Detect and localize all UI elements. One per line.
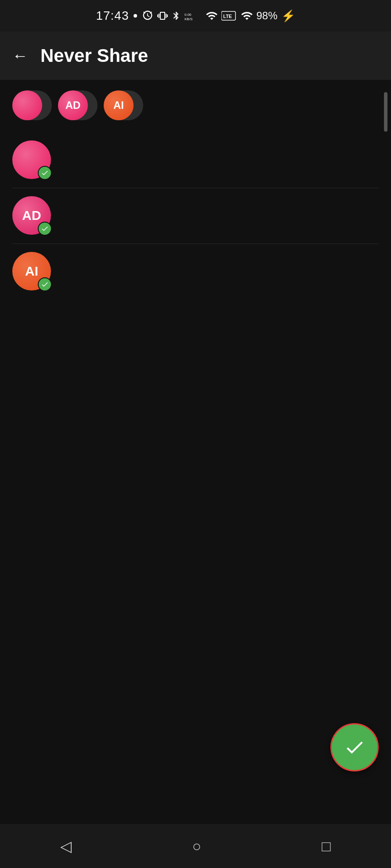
main-content: AD AI <box>0 80 391 824</box>
chip-ai[interactable]: AI <box>104 90 143 120</box>
svg-text:LTE: LTE <box>223 14 232 19</box>
list-item-3[interactable]: AI <box>12 244 379 299</box>
signal-bars-icon <box>241 10 253 22</box>
battery-bolt-icon: ⚡ <box>281 9 295 23</box>
nav-recents-button[interactable]: □ <box>322 838 331 855</box>
fab-check-icon <box>344 736 366 758</box>
check-badge-1 <box>38 166 52 180</box>
status-dot <box>134 14 137 18</box>
battery-percent: 98% <box>257 10 278 22</box>
status-bar: 17:43 0.00 KB/S LTE 98% ⚡ <box>0 0 391 32</box>
navigation-bar: ◁ ○ □ <box>0 824 391 868</box>
fab-container <box>330 723 379 771</box>
item-avatar-container-1 <box>12 140 52 180</box>
contact-list: AD AI <box>0 120 391 299</box>
status-icons: 0.00 KB/S LTE 98% ⚡ <box>141 9 295 23</box>
app-bar: ← Never Share <box>0 32 391 80</box>
check-badge-3 <box>38 277 52 291</box>
confirm-fab[interactable] <box>330 723 379 771</box>
vibrate-icon <box>157 10 168 22</box>
check-badge-2 <box>38 222 52 236</box>
chip-avatar-ai: AI <box>104 90 134 120</box>
check-icon-3 <box>41 280 49 288</box>
item-avatar-2-label: AD <box>22 208 41 223</box>
chip-avatar-ad-label: AD <box>65 99 81 111</box>
item-avatar-container-3: AI <box>12 252 52 291</box>
item-avatar-3-label: AI <box>25 264 38 279</box>
page-title: Never Share <box>40 45 148 66</box>
lte-icon: LTE <box>221 10 237 22</box>
chip-avatar-1 <box>12 90 42 120</box>
svg-text:KB/S: KB/S <box>185 17 192 21</box>
chip-ad[interactable]: AD <box>58 90 98 120</box>
network-speed-icon: 0.00 KB/S <box>185 10 202 22</box>
check-icon-1 <box>41 169 49 177</box>
check-icon-2 <box>41 225 49 233</box>
scrollbar[interactable] <box>384 92 387 132</box>
bluetooth-icon <box>171 10 181 22</box>
alarm-icon <box>141 10 154 22</box>
nav-home-button[interactable]: ○ <box>192 838 201 855</box>
list-item-1[interactable] <box>12 133 379 188</box>
svg-text:0.00: 0.00 <box>185 13 192 17</box>
back-button[interactable]: ← <box>12 47 28 65</box>
chip-avatar-ai-label: AI <box>113 99 124 111</box>
chip-avatar-ad: AD <box>58 90 88 120</box>
item-avatar-container-2: AD <box>12 196 52 236</box>
selected-chips-area: AD AI <box>0 80 391 120</box>
status-time: 17:43 <box>96 9 129 23</box>
chip-pink-1[interactable] <box>12 90 52 120</box>
wifi-icon <box>206 10 218 22</box>
list-item-2[interactable]: AD <box>12 188 379 244</box>
nav-back-button[interactable]: ◁ <box>60 837 72 855</box>
